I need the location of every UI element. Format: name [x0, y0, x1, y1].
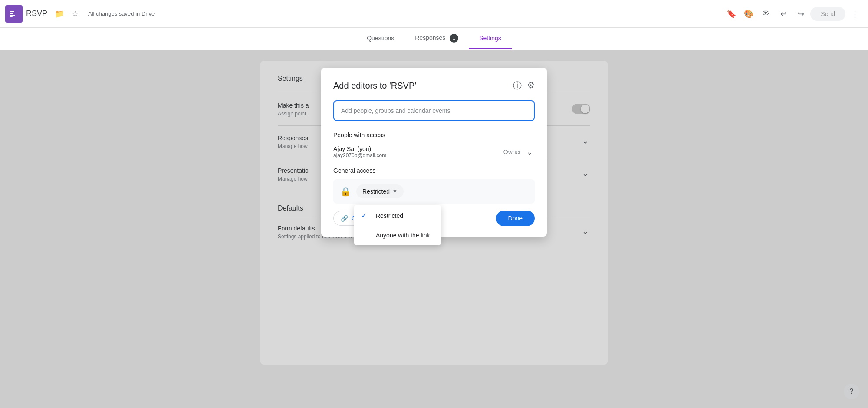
person-name: Ajay Sai (you): [333, 145, 386, 152]
person-role-chevron[interactable]: ⌄: [525, 145, 535, 158]
help-circle-icon[interactable]: ⓘ: [513, 80, 522, 92]
star-button[interactable]: ☆: [67, 6, 83, 22]
dialog-header: Add editors to 'RSVP' ⓘ ⚙: [333, 80, 535, 92]
dropdown-anyone-label: Anyone with the link: [376, 232, 430, 239]
restricted-label: Restricted: [362, 188, 390, 195]
person-email: ajay2070p@gmail.com: [333, 152, 386, 158]
dialog-icons: ⓘ ⚙: [513, 80, 535, 92]
general-access-label: General access: [333, 167, 535, 174]
people-with-access-label: People with access: [333, 132, 535, 138]
document-title: RSVP: [26, 9, 47, 18]
dialog-title: Add editors to 'RSVP': [333, 81, 416, 91]
dropdown-item-anyone[interactable]: Anyone with the link: [354, 226, 441, 245]
redo-button[interactable]: ↪: [793, 6, 809, 22]
person-row: Ajay Sai (you) ajay2070p@gmail.com Owner…: [333, 145, 535, 158]
main-content: Settings Make this a Assign point Respon…: [0, 50, 868, 408]
dropdown-restricted-label: Restricted: [376, 212, 403, 219]
topbar: RSVP 📁 ☆ All changes saved in Drive 🔖 🎨 …: [0, 0, 868, 28]
palette-icon-button[interactable]: 🎨: [741, 6, 756, 22]
gear-icon[interactable]: ⚙: [527, 80, 535, 92]
share-dialog: Add editors to 'RSVP' ⓘ ⚙ People with ac…: [321, 68, 547, 237]
tabbar: Questions Responses 1 Settings: [0, 28, 868, 50]
restricted-dropdown-button[interactable]: Restricted ▼: [356, 184, 404, 198]
svg-rect-1: [10, 11, 14, 12]
folder-button[interactable]: 📁: [52, 6, 67, 22]
undo-button[interactable]: ↩: [776, 6, 791, 22]
tab-settings[interactable]: Settings: [469, 29, 512, 49]
svg-rect-3: [10, 15, 15, 16]
more-options-button[interactable]: ⋮: [847, 5, 863, 23]
topbar-right: 🔖 🎨 👁 ↩ ↪ Send ⋮: [723, 5, 863, 23]
check-icon: ✓: [361, 211, 370, 220]
svg-rect-4: [10, 16, 13, 17]
tab-questions[interactable]: Questions: [356, 29, 404, 49]
person-row-right: Owner ⌄: [503, 145, 535, 158]
person-info: Ajay Sai (you) ajay2070p@gmail.com: [333, 145, 386, 158]
svg-rect-2: [10, 13, 13, 14]
svg-rect-0: [10, 10, 15, 10]
preview-icon-button[interactable]: 👁: [758, 6, 774, 22]
responses-badge: 1: [450, 34, 458, 43]
access-row: 🔒 Restricted ▼ ✓ Restricted Anyone with …: [333, 179, 535, 204]
dropdown-arrow-icon: ▼: [392, 188, 398, 194]
done-button[interactable]: Done: [496, 211, 535, 226]
access-dropdown-menu: ✓ Restricted Anyone with the link: [354, 205, 441, 245]
bookmark-icon-button[interactable]: 🔖: [723, 6, 739, 22]
dropdown-item-restricted[interactable]: ✓ Restricted: [354, 205, 441, 226]
forms-logo-icon: [9, 9, 19, 19]
link-icon: 🔗: [341, 215, 348, 222]
saved-status: All changes saved in Drive: [88, 10, 155, 17]
app-logo: [5, 5, 23, 23]
dialog-overlay: Add editors to 'RSVP' ⓘ ⚙ People with ac…: [0, 50, 868, 408]
tab-responses[interactable]: Responses 1: [404, 28, 469, 50]
add-people-input[interactable]: [333, 100, 535, 121]
send-button[interactable]: Send: [810, 7, 845, 21]
lock-icon: 🔒: [340, 186, 351, 197]
person-role: Owner: [503, 148, 521, 155]
